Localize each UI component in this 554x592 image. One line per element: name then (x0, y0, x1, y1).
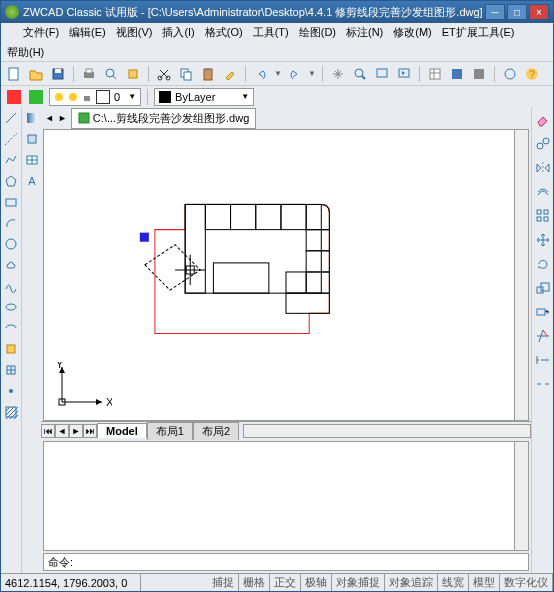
lwt-toggle[interactable]: 线宽 (438, 574, 469, 591)
drawing-canvas[interactable]: X Y (43, 129, 529, 421)
menu-tools[interactable]: 工具(T) (249, 23, 293, 42)
insert-block-tool[interactable] (2, 340, 20, 358)
xline-tool[interactable] (2, 130, 20, 148)
preview-button[interactable] (102, 65, 120, 83)
extend-tool[interactable] (534, 351, 552, 369)
match-button[interactable] (221, 65, 239, 83)
tab-layout2[interactable]: 布局2 (193, 422, 239, 440)
polygon-tool[interactable] (2, 172, 20, 190)
ellipse-arc-tool[interactable] (2, 319, 20, 337)
menu-edit[interactable]: 编辑(E) (65, 23, 110, 42)
otrack-toggle[interactable]: 对象追踪 (385, 574, 438, 591)
open-button[interactable] (27, 65, 45, 83)
move-tool[interactable] (534, 231, 552, 249)
stretch-tool[interactable] (534, 303, 552, 321)
tab-next-icon[interactable]: ► (58, 113, 67, 123)
scale-tool[interactable] (534, 279, 552, 297)
make-block-tool[interactable] (2, 361, 20, 379)
grid-toggle[interactable]: 栅格 (239, 574, 270, 591)
cut-button[interactable] (155, 65, 173, 83)
tab-prev-icon[interactable]: ◄ (45, 113, 54, 123)
vertical-scrollbar[interactable] (514, 130, 528, 420)
dropdown-icon[interactable]: ▼ (274, 69, 282, 78)
revcloud-tool[interactable] (2, 256, 20, 274)
undo-button[interactable] (252, 65, 270, 83)
save-button[interactable] (49, 65, 67, 83)
calc-button[interactable] (501, 65, 519, 83)
design-center-button[interactable] (448, 65, 466, 83)
osnap-toggle[interactable]: 对象捕捉 (332, 574, 385, 591)
offset-tool[interactable] (534, 183, 552, 201)
help-button[interactable]: ? (523, 65, 541, 83)
tab-layout1[interactable]: 布局1 (147, 422, 193, 440)
arc-tool[interactable] (2, 214, 20, 232)
color-dropdown[interactable]: ByLayer ▼ (154, 88, 254, 106)
mirror-tool[interactable] (534, 159, 552, 177)
polar-toggle[interactable]: 极轴 (301, 574, 332, 591)
gradient-tool[interactable] (23, 109, 41, 127)
ellipse-tool[interactable] (2, 298, 20, 316)
menu-view[interactable]: 视图(V) (112, 23, 157, 42)
break-tool[interactable] (534, 375, 552, 393)
cmd-scrollbar[interactable] (514, 442, 528, 550)
zoom-prev-button[interactable] (395, 65, 413, 83)
rect-tool[interactable] (2, 193, 20, 211)
table-tool[interactable] (23, 151, 41, 169)
spline-tool[interactable] (2, 277, 20, 295)
line-tool[interactable] (2, 109, 20, 127)
hatch-tool[interactable] (2, 403, 20, 421)
props-button[interactable] (426, 65, 444, 83)
close-button[interactable]: × (529, 4, 549, 20)
layer-color-icon[interactable] (5, 88, 23, 106)
menu-draw[interactable]: 绘图(D) (295, 23, 340, 42)
pan-button[interactable] (329, 65, 347, 83)
point-tool[interactable] (2, 382, 20, 400)
menu-modify[interactable]: 修改(M) (389, 23, 436, 42)
model-toggle[interactable]: 模型 (469, 574, 500, 591)
menu-format[interactable]: 格式(O) (201, 23, 247, 42)
tab-last-button[interactable]: ⏭ (83, 424, 97, 438)
snap-toggle[interactable]: 捕捉 (208, 574, 239, 591)
layer-dropdown[interactable]: 0 ▼ (49, 88, 141, 106)
circle-tool[interactable] (2, 235, 20, 253)
paste-button[interactable] (199, 65, 217, 83)
tab-first-button[interactable]: ⏮ (41, 424, 55, 438)
print-button[interactable] (80, 65, 98, 83)
document-tab[interactable]: C:\...剪线段完善沙发组图形.dwg (71, 108, 256, 129)
layer-state-icon[interactable] (27, 88, 45, 106)
menu-file[interactable]: 文件(F) (19, 23, 63, 42)
ortho-toggle[interactable]: 正交 (270, 574, 301, 591)
menu-ettools[interactable]: ET扩展工具(E) (438, 23, 519, 42)
menu-help[interactable]: 帮助(H) (7, 46, 44, 58)
tab-model[interactable]: Model (97, 423, 147, 438)
copy-tool[interactable] (534, 135, 552, 153)
zoom-button[interactable] (351, 65, 369, 83)
trim-tool[interactable] (534, 327, 552, 345)
mtext-tool[interactable]: A (23, 172, 41, 190)
command-line[interactable]: 命令: (43, 553, 529, 571)
redo-button[interactable] (286, 65, 304, 83)
tab-next-button[interactable]: ► (69, 424, 83, 438)
tool-palette-button[interactable] (470, 65, 488, 83)
minimize-button[interactable]: ─ (485, 4, 505, 20)
region-tool[interactable] (23, 130, 41, 148)
copy-button[interactable] (177, 65, 195, 83)
zoom-window-button[interactable] (373, 65, 391, 83)
pline-tool[interactable] (2, 151, 20, 169)
array-tool[interactable] (534, 207, 552, 225)
new-button[interactable] (5, 65, 23, 83)
menu-insert[interactable]: 插入(I) (158, 23, 198, 42)
publish-button[interactable] (124, 65, 142, 83)
separator (322, 66, 323, 82)
horizontal-scrollbar[interactable] (243, 424, 531, 438)
menu-annotate[interactable]: 标注(N) (342, 23, 387, 42)
dropdown-icon[interactable]: ▼ (308, 69, 316, 78)
svg-rect-47 (306, 272, 329, 293)
svg-point-32 (9, 389, 13, 393)
command-history[interactable] (43, 441, 529, 551)
tab-prev-button[interactable]: ◄ (55, 424, 69, 438)
erase-tool[interactable] (534, 111, 552, 129)
digitizer-toggle[interactable]: 数字化仪 (500, 574, 553, 591)
rotate-tool[interactable] (534, 255, 552, 273)
maximize-button[interactable]: □ (507, 4, 527, 20)
